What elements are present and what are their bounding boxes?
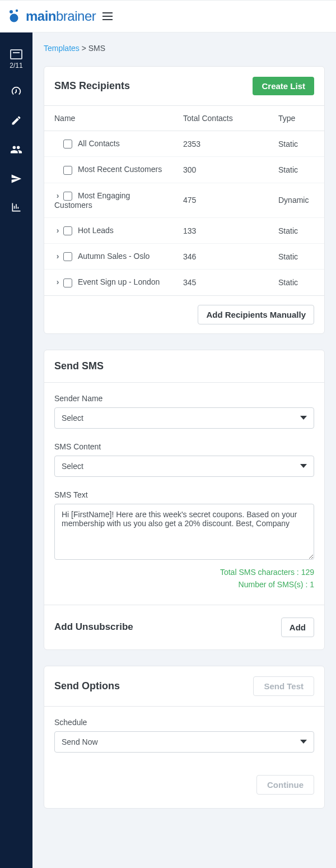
recipients-table: Name Total Contacts Type All Contacts235… [44, 105, 324, 296]
cell-total: 345 [173, 270, 268, 295]
cell-type: Static [268, 217, 324, 243]
sender-select[interactable]: Select [54, 407, 314, 429]
progress-icon [10, 49, 22, 59]
create-list-button[interactable]: Create List [253, 77, 314, 95]
sms-textarea[interactable] [54, 504, 314, 560]
content-select[interactable]: Select [54, 456, 314, 477]
table-row: ›Event Sign up - London345Static [44, 270, 324, 295]
recipients-header: SMS Recipients Create List [44, 67, 324, 105]
col-total: Total Contacts [173, 106, 268, 131]
row-checkbox[interactable] [63, 226, 72, 235]
chevron-right-icon[interactable]: › [54, 191, 61, 200]
caret-down-icon [300, 416, 307, 420]
table-row: ›Hot Leads133Static [44, 217, 324, 243]
row-checkbox[interactable] [63, 140, 72, 148]
row-checkbox[interactable] [63, 192, 72, 201]
caret-down-icon [300, 740, 307, 744]
send-test-button[interactable]: Send Test [253, 676, 314, 696]
nav-stats[interactable] [0, 202, 32, 215]
nav-users[interactable] [0, 143, 32, 157]
sender-value: Select [62, 414, 83, 423]
breadcrumb-current: SMS [88, 44, 105, 53]
main-content: Templates > SMS SMS Recipients Create Li… [32, 33, 336, 847]
recipients-card: SMS Recipients Create List Name Total Co… [44, 66, 325, 334]
caret-down-icon [300, 464, 307, 468]
sms-stats: Total SMS characters : 129 Number of SMS… [54, 566, 314, 591]
schedule-value: Send Now [62, 737, 98, 746]
chart-icon [11, 202, 22, 213]
row-checkbox[interactable] [63, 252, 72, 261]
cell-type: Static [268, 131, 324, 157]
table-row: ›Most Engaging Customers475Dynamic [44, 183, 324, 217]
row-name: Hot Leads [78, 226, 114, 235]
row-name: Autumn Sales - Oslo [78, 252, 150, 261]
chevron-right-icon[interactable]: › [54, 252, 61, 261]
content-label: SMS Content [54, 442, 314, 451]
unsubscribe-title: Add Unsubscribe [54, 621, 133, 633]
count-label: Number of SMS(s) : [239, 580, 310, 589]
svg-point-1 [16, 10, 18, 12]
cell-name: ›Hot Leads [44, 217, 173, 243]
cell-name: Most Recent Customers [44, 157, 173, 183]
add-recipients-button[interactable]: Add Recipients Manually [198, 305, 314, 324]
row-checkbox[interactable] [63, 278, 72, 287]
cell-total: 475 [173, 183, 268, 217]
chars-label: Total SMS characters : [220, 568, 301, 577]
users-icon [10, 143, 22, 156]
send-sms-form: Sender Name Select SMS Content Select SM… [44, 382, 324, 605]
svg-point-0 [10, 10, 13, 13]
row-name: Most Recent Customers [78, 165, 162, 174]
schedule-label: Schedule [54, 718, 314, 727]
send-options-card: Send Options Send Test Schedule Send Now… [44, 666, 325, 809]
cell-total: 133 [173, 217, 268, 243]
text-label: SMS Text [54, 490, 314, 499]
nav-send[interactable] [0, 173, 32, 186]
col-name: Name [44, 106, 173, 131]
nav-edit[interactable] [0, 115, 32, 128]
cell-type: Dynamic [268, 183, 324, 217]
content-value: Select [62, 462, 83, 471]
send-options-body: Schedule Send Now Continue [44, 706, 324, 808]
sender-label: Sender Name [54, 394, 314, 403]
cell-name: ›Autumn Sales - Oslo [44, 244, 173, 270]
topbar: mainbrainer [0, 0, 336, 33]
chevron-right-icon[interactable]: › [54, 226, 61, 235]
menu-icon[interactable] [102, 12, 113, 20]
unsubscribe-row: Add Unsubscribe Add [44, 605, 324, 649]
paper-plane-icon [11, 173, 22, 184]
gauge-icon [10, 85, 22, 98]
table-row: All Contacts2353Static [44, 131, 324, 157]
send-options-header: Send Options Send Test [44, 666, 324, 706]
row-checkbox[interactable] [63, 166, 72, 175]
schedule-select[interactable]: Send Now [54, 731, 314, 753]
send-sms-title: Send SMS [54, 360, 104, 372]
chevron-right-icon[interactable]: › [54, 277, 61, 286]
logo-text: mainbrainer [26, 8, 96, 24]
breadcrumb-link[interactable]: Templates [44, 44, 80, 53]
breadcrumb: Templates > SMS [44, 44, 325, 53]
cell-type: Static [268, 157, 324, 183]
continue-button[interactable]: Continue [256, 775, 314, 795]
cell-name: ›Most Engaging Customers [44, 183, 173, 217]
logo: mainbrainer [7, 8, 96, 24]
cell-total: 300 [173, 157, 268, 183]
cell-type: Static [268, 270, 324, 295]
cell-name: All Contacts [44, 131, 173, 157]
add-unsubscribe-button[interactable]: Add [281, 618, 314, 637]
cell-name: ›Event Sign up - London [44, 270, 173, 295]
breadcrumb-sep: > [80, 44, 88, 53]
send-sms-header: Send SMS [44, 350, 324, 382]
count-value: 1 [310, 580, 314, 589]
recipients-title: SMS Recipients [54, 80, 130, 92]
row-name: All Contacts [78, 139, 120, 148]
svg-point-2 [10, 14, 18, 22]
table-row: ›Autumn Sales - Oslo346Static [44, 244, 324, 270]
nav-progress[interactable]: 2/11 [0, 49, 32, 69]
cell-total: 2353 [173, 131, 268, 157]
cell-total: 346 [173, 244, 268, 270]
col-type: Type [268, 106, 324, 131]
nav-dashboard[interactable] [0, 85, 32, 99]
row-name: Event Sign up - London [78, 277, 160, 286]
left-nav: 2/11 [0, 33, 32, 847]
table-row: Most Recent Customers300Static [44, 157, 324, 183]
